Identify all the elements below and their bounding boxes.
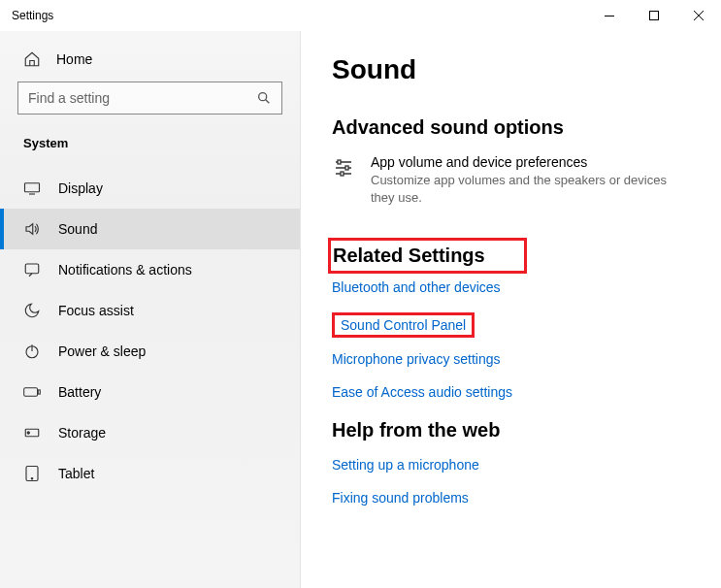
- app-volume-desc: Customize app volumes and the speakers o…: [371, 172, 692, 207]
- titlebar: Settings: [0, 0, 721, 31]
- home-label: Home: [56, 51, 92, 67]
- tablet-icon: [23, 465, 41, 482]
- storage-icon: [23, 424, 41, 441]
- svg-rect-6: [24, 388, 38, 396]
- svg-rect-14: [341, 172, 344, 176]
- svg-rect-1: [650, 12, 659, 20]
- notifications-icon: [23, 261, 41, 278]
- sidebar-item-tablet[interactable]: Tablet: [0, 453, 300, 494]
- app-volume-title: App volume and device preferences: [371, 154, 692, 170]
- window-controls: [587, 0, 721, 31]
- svg-rect-4: [25, 264, 39, 274]
- sidebar-item-label: Battery: [58, 384, 101, 400]
- sound-icon: [23, 220, 41, 238]
- sidebar-item-battery[interactable]: Battery: [0, 372, 300, 412]
- sidebar-item-power-sleep[interactable]: Power & sleep: [0, 331, 300, 372]
- maximize-button[interactable]: [632, 0, 676, 31]
- link-sound-control-panel[interactable]: Sound Control Panel: [341, 317, 466, 333]
- search-placeholder: Find a setting: [28, 90, 110, 106]
- app-volume-preferences-row[interactable]: App volume and device preferences Custom…: [332, 154, 692, 207]
- close-button[interactable]: [676, 0, 721, 31]
- page-title: Sound: [332, 54, 692, 85]
- minimize-button[interactable]: [587, 0, 632, 31]
- link-setting-up-microphone[interactable]: Setting up a microphone: [332, 457, 692, 473]
- sound-control-panel-highlight: Sound Control Panel: [332, 312, 475, 338]
- svg-point-9: [27, 432, 29, 434]
- link-fixing-sound-problems[interactable]: Fixing sound problems: [332, 490, 692, 506]
- advanced-sound-heading: Advanced sound options: [332, 116, 692, 139]
- sidebar-item-label: Focus assist: [58, 303, 134, 318]
- help-from-web-heading: Help from the web: [332, 419, 692, 441]
- sliders-icon: [332, 154, 355, 207]
- sidebar-item-focus-assist[interactable]: Focus assist: [0, 290, 300, 331]
- focus-assist-icon: [23, 302, 41, 319]
- sidebar-item-label: Power & sleep: [58, 343, 146, 359]
- sidebar-item-storage[interactable]: Storage: [0, 412, 300, 453]
- sidebar-item-sound[interactable]: Sound: [0, 209, 300, 249]
- battery-icon: [23, 383, 41, 401]
- app-volume-text: App volume and device preferences Custom…: [371, 154, 692, 207]
- sidebar-item-display[interactable]: Display: [0, 168, 300, 209]
- window-title: Settings: [12, 9, 53, 22]
- search-icon: [256, 90, 272, 106]
- sidebar-item-label: Sound: [58, 221, 97, 237]
- home-button[interactable]: Home: [0, 43, 300, 82]
- sidebar-item-label: Storage: [58, 425, 106, 441]
- svg-point-11: [31, 478, 33, 480]
- power-icon: [23, 343, 41, 360]
- home-icon: [23, 50, 41, 68]
- svg-rect-0: [605, 16, 614, 16]
- search-input[interactable]: Find a setting: [17, 82, 282, 114]
- svg-rect-3: [25, 183, 40, 192]
- link-ease-of-access-audio[interactable]: Ease of Access audio settings: [332, 384, 692, 400]
- svg-rect-7: [38, 390, 40, 394]
- sidebar: Home Find a setting System Display Sound: [0, 31, 301, 588]
- link-bluetooth-devices[interactable]: Bluetooth and other devices: [332, 279, 692, 295]
- svg-rect-12: [338, 160, 341, 164]
- sidebar-item-label: Tablet: [58, 466, 94, 481]
- sidebar-item-notifications[interactable]: Notifications & actions: [0, 249, 300, 290]
- svg-point-2: [259, 93, 267, 101]
- display-icon: [23, 180, 41, 197]
- related-settings-highlight: Related Settings: [328, 238, 527, 274]
- sidebar-item-label: Notifications & actions: [58, 262, 192, 278]
- system-category-label: System: [0, 132, 300, 168]
- related-settings-heading: Related Settings: [333, 245, 485, 267]
- svg-rect-13: [345, 166, 348, 170]
- main-content: Sound Advanced sound options App volume …: [301, 31, 721, 588]
- sidebar-item-label: Display: [58, 180, 103, 196]
- link-microphone-privacy[interactable]: Microphone privacy settings: [332, 351, 692, 367]
